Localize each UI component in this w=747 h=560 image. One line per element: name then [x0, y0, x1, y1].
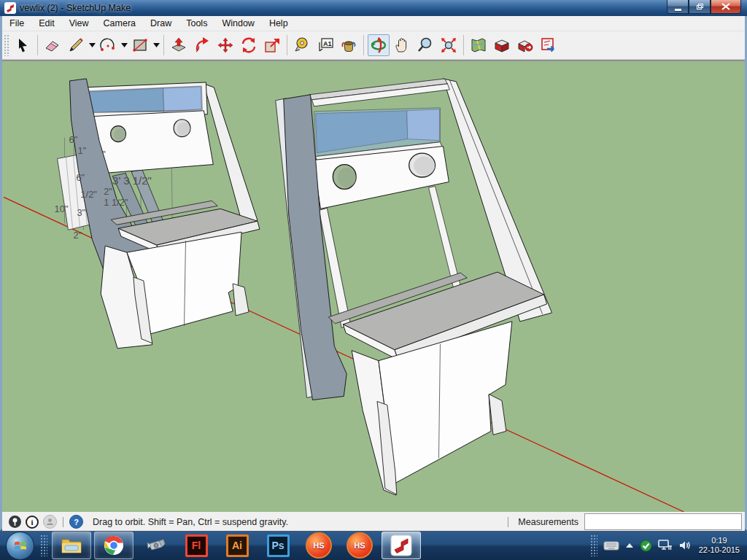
rectangle-tool-dropdown[interactable] [152, 35, 160, 55]
menu-tools[interactable]: Tools [179, 17, 214, 30]
pan-hand-icon [393, 36, 411, 54]
taskbar-photoshop[interactable]: Ps [259, 532, 297, 559]
share-model-button[interactable] [514, 34, 536, 56]
arc-tool-button[interactable] [97, 34, 119, 56]
menu-file[interactable]: File [2, 17, 31, 30]
taskbar-illustrator[interactable]: Ai [218, 532, 256, 559]
zoom-extents-icon [440, 36, 457, 54]
restore-button[interactable] [689, 0, 711, 14]
text-icon: A1 [317, 36, 334, 54]
rotate-icon [240, 36, 258, 54]
title-bar[interactable]: vewlix (2) - SketchUp Make [0, 0, 747, 16]
toolbar: A1 [2, 31, 745, 60]
tray-grip[interactable] [590, 534, 597, 556]
menu-camera[interactable]: Camera [96, 17, 143, 30]
menu-view[interactable]: View [62, 17, 96, 30]
minimize-icon [675, 9, 681, 11]
status-bar: i ? Drag to orbit. Shift = Pan, Ctrl = s… [2, 512, 745, 532]
status-hint: Drag to orbit. Shift = Pan, Ctrl = suspe… [93, 517, 288, 527]
taskbar-grip[interactable] [40, 534, 47, 556]
illustrator-icon: Ai [226, 534, 249, 557]
menu-draw[interactable]: Draw [143, 17, 179, 30]
zoom-tool-button[interactable] [414, 34, 436, 56]
measurements-input[interactable] [584, 513, 742, 530]
3d-camera-icon [144, 535, 166, 556]
start-button[interactable] [6, 532, 34, 560]
taskbar-hs-app-2[interactable]: HS [341, 532, 379, 559]
menu-edit[interactable]: Edit [31, 17, 62, 30]
orbit-tool-button[interactable] [368, 34, 390, 56]
sign-in-icon[interactable] [43, 515, 57, 529]
push-pull-icon [170, 36, 187, 54]
chevron-down-icon [153, 43, 160, 47]
measurements-label: Measurements [518, 517, 578, 527]
minimize-button[interactable] [667, 0, 689, 14]
dim-label: 10" [55, 203, 69, 214]
zoom-extents-tool-button[interactable] [438, 34, 460, 56]
windows-logo-icon [13, 538, 28, 553]
photoshop-label: Ps [271, 540, 284, 551]
taskbar-3d-camera[interactable] [136, 532, 174, 559]
illustrator-label: Ai [232, 540, 242, 551]
scale-icon [263, 36, 281, 54]
tape-measure-tool-button[interactable] [291, 34, 313, 56]
menu-help[interactable]: Help [262, 17, 295, 30]
add-location-button[interactable] [468, 34, 489, 56]
pan-tool-button[interactable] [391, 34, 413, 56]
share-model-icon [516, 36, 534, 54]
taskbar: Fl Ai Ps HS HS [0, 531, 747, 560]
dim-label: 6" [76, 172, 85, 183]
network-icon[interactable] [658, 540, 673, 551]
chevron-down-icon [89, 43, 96, 47]
select-tool-button[interactable] [12, 34, 34, 56]
taskbar-flash[interactable]: Fl [177, 532, 215, 559]
right-arcade-cabinet [276, 79, 552, 495]
push-pull-tool-button[interactable] [168, 34, 190, 56]
eraser-icon [44, 36, 61, 54]
taskbar-explorer[interactable] [52, 532, 91, 559]
rotate-tool-button[interactable] [238, 34, 260, 56]
paint-bucket-icon [340, 36, 357, 54]
show-hidden-icon[interactable] [625, 542, 634, 548]
send-to-layout-icon [540, 36, 557, 54]
flash-label: Fl [192, 540, 201, 551]
keyboard-icon[interactable] [603, 540, 619, 551]
taskbar-sketchup[interactable] [382, 532, 421, 559]
get-models-button[interactable] [491, 34, 513, 56]
credits-info-icon[interactable]: i [26, 516, 39, 529]
follow-me-icon [193, 36, 211, 54]
geolocation-icon[interactable] [9, 516, 21, 528]
taskbar-clock[interactable]: 0:19 22-10-2015 [699, 536, 740, 555]
move-icon [217, 36, 234, 54]
dim-label: 2" [73, 230, 82, 241]
chevron-down-icon [121, 43, 128, 47]
model-canvas[interactable]: 6" 1" 6" 1/2" 10" 3" 2" " 3' 3 1/2" 2" 1… [2, 61, 745, 512]
status-separator [63, 517, 63, 527]
send-to-layout-button[interactable] [538, 34, 560, 56]
hs-label: HS [354, 541, 365, 550]
updates-icon[interactable] [640, 540, 652, 552]
scale-tool-button[interactable] [261, 34, 283, 56]
arc-tool-dropdown[interactable] [120, 35, 128, 55]
volume-icon[interactable] [678, 540, 692, 551]
taskbar-chrome[interactable] [94, 532, 133, 559]
move-tool-button[interactable] [214, 34, 236, 56]
restore-icon [697, 4, 703, 9]
paint-bucket-tool-button[interactable] [338, 34, 360, 56]
line-tool-button[interactable] [65, 34, 87, 56]
close-button[interactable] [711, 0, 741, 14]
sketchup-app-icon [4, 2, 16, 14]
dim-label: 3" [77, 207, 85, 218]
system-tray: 0:19 22-10-2015 [587, 534, 747, 556]
rectangle-tool-button[interactable] [129, 34, 151, 56]
eraser-tool-button[interactable] [42, 34, 63, 56]
line-tool-dropdown[interactable] [88, 35, 96, 55]
menu-window[interactable]: Window [214, 17, 261, 30]
text-tool-button[interactable]: A1 [314, 34, 336, 56]
taskbar-hs-app-1[interactable]: HS [300, 532, 338, 559]
toolbar-grip[interactable] [4, 34, 9, 56]
follow-me-tool-button[interactable] [191, 34, 213, 56]
hs-icon: HS [347, 532, 373, 559]
model-viewport[interactable]: 6" 1" 6" 1/2" 10" 3" 2" " 3' 3 1/2" 2" 1… [2, 60, 745, 512]
help-icon[interactable]: ? [69, 515, 83, 529]
